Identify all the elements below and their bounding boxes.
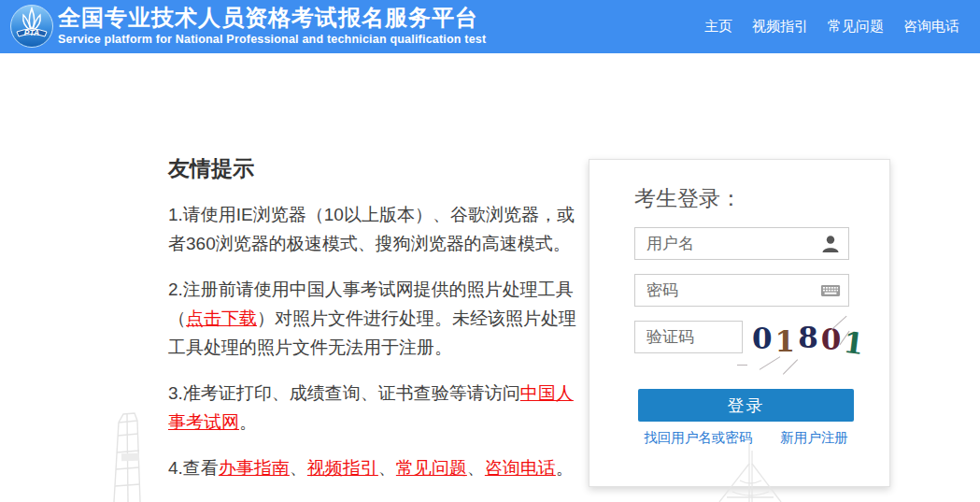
forgot-credentials-link[interactable]: 找回用户名或密码 <box>644 429 752 447</box>
pta-logo-icon: PTA <box>9 4 54 49</box>
captcha-digits: 01801 <box>752 320 867 357</box>
captcha-image[interactable]: 01801 <box>750 319 849 362</box>
tip-item-4: 4.查看办事指南、视频指引、常见问题、咨询电话。 <box>168 453 577 482</box>
tip-item-1: 1.请使用IE浏览器（10以上版本）、谷歌浏览器，或者360浏览器的极速模式、搜… <box>168 200 577 258</box>
nav-home[interactable]: 主页 <box>704 18 732 36</box>
username-input[interactable] <box>634 227 849 260</box>
tip3-text-pre: 3.准考证打印、成绩查询、证书查验等请访问 <box>168 383 520 403</box>
nav-hotline[interactable]: 咨询电话 <box>903 18 959 36</box>
keyboard-icon <box>820 280 841 300</box>
tip-item-2: 2.注册前请使用中国人事考试网提供的照片处理工具（点击下载）对照片文件进行处理。… <box>168 275 577 362</box>
username-field-row <box>634 227 849 260</box>
nav-video-guide[interactable]: 视频指引 <box>752 18 808 36</box>
tip4-sep: 、 <box>290 458 307 478</box>
password-input[interactable] <box>634 274 849 307</box>
main-nav: 主页 视频指引 常见问题 咨询电话 <box>704 0 959 53</box>
captcha-noise-line <box>737 365 747 366</box>
login-panel: 考生登录： 01801 <box>589 159 890 487</box>
new-user-register-link[interactable]: 新用户注册 <box>780 429 848 447</box>
tip1-text: 1.请使用IE浏览器（10以上版本）、谷歌浏览器，或者360浏览器的极速模式、搜… <box>168 205 575 253</box>
captcha-noise-line <box>783 359 798 374</box>
page-title: 全国专业技术人员资格考试报名服务平台 <box>58 5 486 31</box>
tip4-text-pre: 4.查看 <box>168 458 219 478</box>
header-titles: 全国专业技术人员资格考试报名服务平台 Service platform for … <box>58 5 486 46</box>
service-guide-link[interactable]: 办事指南 <box>219 458 290 478</box>
hotline-link[interactable]: 咨询电话 <box>485 458 556 478</box>
login-helper-links: 找回用户名或密码 新用户注册 <box>638 429 854 447</box>
user-icon <box>820 234 841 253</box>
login-button[interactable]: 登录 <box>638 389 854 422</box>
friendly-tips-section: 友情提示 1.请使用IE浏览器（10以上版本）、谷歌浏览器，或者360浏览器的极… <box>168 154 577 499</box>
svg-text:PTA: PTA <box>24 28 39 37</box>
video-guide-link[interactable]: 视频指引 <box>307 458 378 478</box>
captcha-input[interactable] <box>634 321 743 353</box>
tip4-sep: 、 <box>378 458 396 478</box>
tip3-text-post: 。 <box>239 412 257 432</box>
tip4-text-post: 。 <box>556 458 574 478</box>
captcha-field-row <box>634 321 743 353</box>
page-subtitle: Service platform for National Profession… <box>58 33 486 46</box>
captcha-noise-line <box>760 356 781 370</box>
tip-item-3: 3.准考证打印、成绩查询、证书查验等请访问中国人事考试网。 <box>168 379 577 437</box>
faq-link[interactable]: 常见问题 <box>396 458 467 478</box>
app-header: PTA 全国专业技术人员资格考试报名服务平台 Service platform … <box>0 0 980 53</box>
nav-faq[interactable]: 常见问题 <box>828 18 884 36</box>
tips-heading: 友情提示 <box>168 154 577 183</box>
login-heading: 考生登录： <box>634 184 742 213</box>
password-field-row <box>634 274 849 307</box>
tip4-sep: 、 <box>467 458 485 478</box>
building-watermark-icon <box>107 409 163 502</box>
download-photo-tool-link[interactable]: 点击下载 <box>186 308 257 328</box>
